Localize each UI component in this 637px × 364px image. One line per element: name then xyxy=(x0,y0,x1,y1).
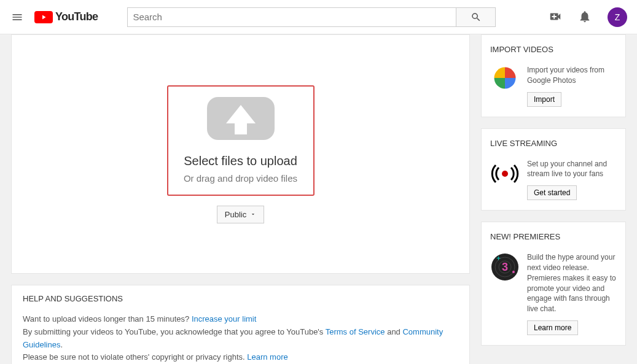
learn-more-button[interactable]: Learn more xyxy=(527,320,578,335)
help-text: Want to upload videos longer than 15 min… xyxy=(23,313,458,364)
header: YouTube Z xyxy=(0,0,637,34)
search-icon xyxy=(471,12,482,23)
upload-icon xyxy=(204,94,278,145)
header-right: Z xyxy=(549,7,627,27)
logo[interactable]: YouTube xyxy=(34,10,98,23)
upload-subtitle: Or drag and drop video files xyxy=(184,173,297,184)
get-started-button[interactable]: Get started xyxy=(527,185,577,200)
side-column: IMPORT VIDEOS Import your videos from Go… xyxy=(481,34,626,364)
search-container xyxy=(127,7,496,27)
notifications-button[interactable] xyxy=(578,10,593,25)
create-video-button[interactable] xyxy=(549,10,563,25)
import-videos-panel: IMPORT VIDEOS Import your videos from Go… xyxy=(481,34,626,117)
import-info: Import your videos from Google Photos Im… xyxy=(527,65,617,107)
search-button[interactable] xyxy=(456,7,496,27)
live-icon xyxy=(490,159,520,201)
live-title: LIVE STREAMING xyxy=(490,139,617,148)
privacy-label: Public xyxy=(225,210,246,219)
avatar[interactable]: Z xyxy=(608,7,627,27)
premieres-title: NEW! PREMIERES xyxy=(490,232,617,241)
terms-link[interactable]: Terms of Service xyxy=(326,327,385,336)
svg-point-1 xyxy=(502,171,508,177)
privacy-dropdown[interactable]: Public xyxy=(217,206,264,223)
import-button[interactable]: Import xyxy=(527,92,561,107)
premieres-icon: 3 + xyxy=(490,252,520,335)
content: Select files to upload Or drag and drop … xyxy=(0,34,637,364)
upload-title: Select files to upload xyxy=(184,154,297,168)
learn-more-link[interactable]: Learn more xyxy=(247,352,287,362)
import-title: IMPORT VIDEOS xyxy=(490,45,617,54)
upload-dropzone[interactable]: Select files to upload Or drag and drop … xyxy=(167,85,315,196)
svg-point-7 xyxy=(512,271,515,273)
premieres-panel: NEW! PREMIERES 3 + Build the hype around… xyxy=(481,222,626,346)
live-streaming-panel: LIVE STREAMING Set up your channel and s… xyxy=(481,128,626,211)
caret-down-icon xyxy=(250,211,256,217)
live-info: Set up your channel and stream live to y… xyxy=(527,159,617,201)
help-panel: HELP AND SUGGESTIONS Want to upload vide… xyxy=(11,285,470,364)
help-title: HELP AND SUGGESTIONS xyxy=(23,294,458,303)
bell-icon xyxy=(578,10,592,23)
upload-panel: Select files to upload Or drag and drop … xyxy=(11,34,470,274)
youtube-play-icon xyxy=(34,11,53,23)
premieres-info: Build the hype around your next video re… xyxy=(527,252,617,335)
logo-text: YouTube xyxy=(55,10,98,23)
svg-text:3: 3 xyxy=(502,261,508,273)
google-photos-icon xyxy=(490,65,520,107)
search-input[interactable] xyxy=(127,7,456,27)
increase-limit-link[interactable]: Increase your limit xyxy=(192,314,256,323)
video-camera-icon xyxy=(549,10,562,23)
menu-button[interactable] xyxy=(10,10,25,25)
main-column: Select files to upload Or drag and drop … xyxy=(11,34,470,364)
menu-icon xyxy=(11,11,23,23)
svg-text:+: + xyxy=(496,254,501,263)
